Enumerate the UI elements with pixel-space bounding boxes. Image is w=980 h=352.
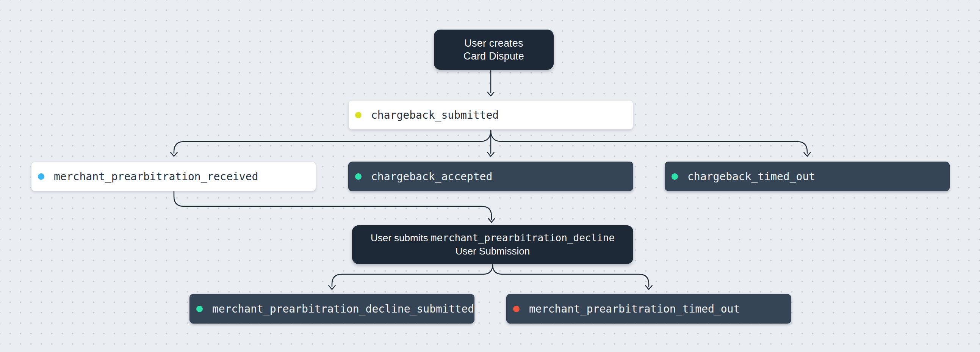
node-label: merchant_prearbitration_decline_submitte… [212,303,474,315]
edge-submitted-to-prearbitration-received [171,131,491,156]
node-label: merchant_prearbitration_timed_out [529,303,740,315]
node-label-line1: User submits merchant_prearbitration_dec… [371,231,615,245]
edge-received-to-submit-decline [174,192,495,222]
node-label-line2: User Submission [455,245,530,258]
edge-create-to-chargeback-submitted [488,70,494,96]
node-label-prefix: User submits [371,232,431,243]
node-label-code: merchant_prearbitration_decline [431,232,615,243]
flow-diagram-canvas: User creates Card Dispute chargeback_sub… [0,0,980,352]
node-label: chargeback_accepted [371,170,492,183]
node-label: chargeback_timed_out [687,170,815,183]
node-label: Card Dispute [463,50,524,62]
edge-decline-to-prearbitration-timed-out [493,265,652,290]
edge-submitted-to-chargeback-accepted [488,131,494,156]
node-label: merchant_prearbitration_received [54,170,258,183]
node-chargeback-accepted: chargeback_accepted [348,162,633,191]
node-label: User creates [464,37,523,50]
edge-decline-to-decline-submitted [329,265,493,290]
node-label: chargeback_submitted [371,109,499,122]
node-merchant-prearbitration-timed-out: merchant_prearbitration_timed_out [506,294,791,323]
status-dot-red [513,306,520,312]
status-dot-green [196,306,203,312]
status-dot-green [355,173,361,180]
status-dot-yellow [355,112,361,118]
node-merchant-prearbitration-decline-submitted: merchant_prearbitration_decline_submitte… [189,294,474,323]
edge-submitted-to-chargeback-timed-out [491,131,811,156]
node-user-submits-prearbitration-decline: User submits merchant_prearbitration_dec… [352,225,633,264]
node-user-creates-card-dispute: User creates Card Dispute [434,30,554,70]
status-dot-green [671,173,678,180]
node-merchant-prearbitration-received: merchant_prearbitration_received [31,162,316,191]
status-dot-blue [38,173,45,180]
node-chargeback-timed-out: chargeback_timed_out [665,162,950,191]
node-chargeback-submitted: chargeback_submitted [348,100,633,130]
